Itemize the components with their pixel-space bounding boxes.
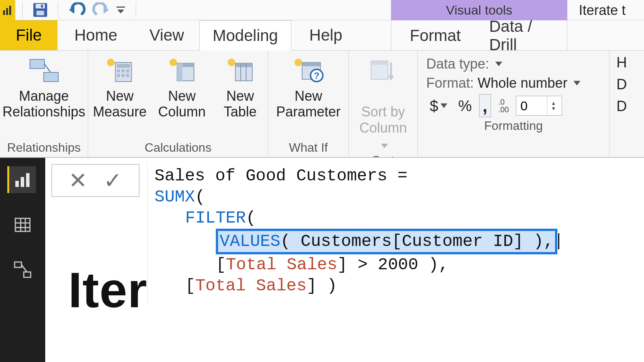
divider [567, 20, 567, 51]
ribbon-group-label: What If [273, 139, 344, 157]
tab-format[interactable]: Format [391, 20, 479, 51]
formula-commit-button[interactable]: ✓ [104, 167, 122, 193]
manage-relationships-button[interactable]: Manage Relationships [5, 55, 83, 120]
relationship-icon [13, 260, 32, 280]
decimal-places-icon-button[interactable]: .0 .00 [495, 97, 513, 115]
contextual-tabs: Format Data / Drill [391, 20, 567, 51]
chevron-down-icon[interactable] [573, 81, 580, 85]
formula-editor[interactable]: Sales of Good Customers = SUMX( FILTER( … [147, 162, 644, 304]
stepper-arrows[interactable]: ▲▼ [547, 96, 559, 115]
svg-rect-1 [6, 8, 8, 15]
ribbon-trailing-clip: H D D [610, 51, 627, 157]
tab-home[interactable]: Home [58, 20, 134, 50]
model-view-button[interactable] [9, 257, 36, 283]
equals-sign: = [387, 166, 407, 185]
values-arg: Customers[Customer ID] [291, 232, 534, 251]
new-table-icon [223, 55, 258, 86]
qat-separator [58, 2, 58, 18]
svg-rect-4 [36, 4, 45, 8]
format-value[interactable]: Whole number [478, 75, 567, 91]
decimal-shift-icon: .0 .00 [498, 98, 509, 113]
svg-rect-17 [117, 64, 130, 68]
format-buttons-row: $ % , .0 .00 ▲▼ [426, 94, 601, 117]
svg-point-24 [169, 59, 177, 66]
percent-format-button[interactable]: % [455, 96, 475, 116]
formula-bar-controls: ✕ ✓ [51, 164, 140, 197]
thousands-separator-button[interactable]: , [479, 94, 491, 117]
tab-modeling[interactable]: Modeling [199, 20, 291, 51]
svg-line-52 [21, 265, 27, 272]
tab-help[interactable]: Help [291, 20, 360, 50]
dax-line: FILTER( [154, 208, 636, 229]
data-view-button[interactable] [9, 211, 36, 238]
new-parameter-button[interactable]: ? New Parameter [276, 55, 340, 120]
measure-ref: Total Sales [195, 276, 306, 295]
svg-rect-51 [24, 272, 31, 277]
canvas-background-text: Iter [68, 261, 147, 319]
chevron-down-icon [440, 103, 447, 108]
sort-by-column-button[interactable]: Sort by Column [359, 55, 407, 152]
data-type-row: Data type: [426, 56, 601, 72]
button-label: Sort by Column [359, 88, 407, 152]
measure-ref: Total Sales [226, 255, 337, 274]
button-label: New Column [158, 88, 206, 120]
svg-rect-18 [117, 69, 120, 72]
new-column-icon [165, 55, 199, 86]
save-button[interactable] [30, 0, 51, 20]
dax-line: [Total Sales] > 2000 ), [154, 254, 636, 275]
svg-rect-35 [302, 62, 320, 66]
ribbon-group-formatting: Data type: Format: Whole number $ % , [418, 51, 610, 157]
document-title: Iterate t [579, 0, 626, 20]
dax-line: VALUES( Customers[Customer ID] ), [154, 229, 636, 254]
ribbon-group-label: Calculations [93, 139, 263, 157]
sort-by-column-icon [366, 55, 401, 86]
trailing-fragment: D [616, 76, 627, 93]
new-column-button[interactable]: New Column [158, 55, 206, 120]
measure-name: Sales of Good Customers [154, 166, 387, 185]
ribbon-group-label: Relationships [5, 139, 83, 157]
fn-filter: FILTER [185, 208, 246, 228]
decimal-places-stepper[interactable]: ▲▼ [516, 96, 562, 116]
currency-format-button[interactable]: $ [426, 96, 451, 116]
ribbon-group-sort: Sort by Column Sort [349, 51, 418, 157]
redo-icon [91, 2, 110, 18]
fn-values: VALUES [220, 232, 280, 251]
svg-rect-45 [15, 218, 30, 231]
svg-rect-23 [126, 74, 129, 77]
workspace: Iter ✕ ✓ Sales of Good Customers = SUMX(… [0, 158, 644, 362]
tab-file[interactable]: File [0, 20, 58, 50]
new-table-button[interactable]: New Table [217, 55, 263, 120]
ribbon-group-relationships: Manage Relationships Relationships [0, 51, 88, 157]
undo-button[interactable] [65, 0, 89, 20]
text-cursor [558, 233, 559, 249]
new-measure-button[interactable]: New Measure [93, 55, 146, 120]
cond-rest: > 2000 ), [347, 255, 449, 274]
formula-cancel-button[interactable]: ✕ [69, 167, 87, 193]
svg-rect-5 [36, 11, 44, 15]
dollar-icon: $ [430, 97, 438, 115]
qat-separator [136, 2, 136, 18]
format-row: Format: Whole number [426, 75, 601, 91]
redo-button[interactable] [89, 0, 113, 20]
button-label: Manage Relationships [2, 88, 85, 120]
svg-rect-6 [41, 5, 43, 8]
report-canvas[interactable]: Iter ✕ ✓ Sales of Good Customers = SUMX(… [45, 158, 644, 362]
data-type-label: Data type: [426, 56, 489, 72]
button-label: New Table [224, 88, 257, 120]
customize-qat-button[interactable] [113, 0, 129, 20]
tab-view[interactable]: View [134, 20, 199, 50]
comma-icon: , [483, 95, 488, 116]
trailing-fragment: D [616, 98, 627, 115]
svg-point-28 [228, 59, 235, 66]
ribbon-group-whatif: ? New Parameter What If [268, 51, 349, 157]
chevron-down-icon[interactable] [495, 62, 502, 66]
bar-chart-icon [14, 171, 31, 188]
decimal-places-input[interactable] [516, 96, 547, 115]
tab-data-drill[interactable]: Data / Drill [479, 20, 567, 51]
report-view-button[interactable] [7, 166, 36, 193]
table-icon [14, 216, 31, 234]
svg-rect-9 [117, 7, 125, 8]
svg-line-13 [44, 64, 51, 72]
svg-rect-50 [15, 262, 21, 267]
qat-separator [22, 2, 23, 18]
